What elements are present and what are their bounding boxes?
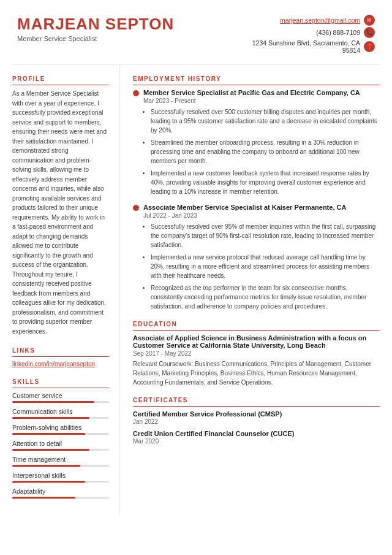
cert-title: Certified Member Service Professional (C…	[133, 410, 380, 418]
phone-row: (436) 888-7109 📞	[316, 27, 375, 38]
phone-text: (436) 888-7109	[316, 29, 360, 36]
skill-bar-fill	[12, 401, 94, 403]
cert-list: Certified Member Service Professional (C…	[133, 410, 380, 445]
skill-bar-fill	[12, 497, 75, 499]
skills-section: SKILLS Customer service Communication sk…	[12, 378, 109, 499]
bullet-item: Implemented a new customer feedback syst…	[151, 169, 380, 196]
bullet-item: Successfully resolved over 500 customer …	[151, 107, 380, 135]
skill-item: Interpersonal skills	[12, 472, 109, 483]
bullet-item: Recognized as the top performer in the t…	[151, 283, 380, 311]
bullet-item: Successfully resolved over 95% of member…	[151, 222, 380, 250]
links-heading: LINKS	[12, 347, 109, 357]
profile-section: PROFILE As a Member Service Specialist w…	[12, 75, 109, 336]
skill-bar-bg	[12, 481, 109, 483]
skill-label: Time management	[12, 456, 109, 463]
cert-title: Credit Union Certified Financial Counsel…	[133, 430, 380, 437]
cert-item: Certified Member Service Professional (C…	[133, 410, 380, 425]
job-bullets: Successfully resolved over 95% of member…	[143, 222, 380, 311]
emp-dot	[133, 90, 139, 96]
skill-bar-fill	[12, 417, 89, 419]
links-section: LINKS linkedin.com/in/marjeansepton	[12, 347, 109, 367]
edu-dates: Sep 2017 - May 2022	[133, 350, 380, 357]
header-right: marjean.septon@gmail.com ✉ (436) 888-710…	[252, 15, 375, 54]
cert-date: Mar 2020	[133, 438, 380, 445]
header-left: MARJEAN SEPTON Member Service Specialist	[17, 15, 174, 42]
right-column: EMPLOYMENT HISTORY Member Service Specia…	[119, 64, 392, 515]
skill-item: Time management	[12, 456, 109, 467]
skill-bar-fill	[12, 449, 89, 451]
linkedin-link[interactable]: linkedin.com/in/marjeansepton	[12, 361, 109, 367]
job-title: Member Service Specialist at Pacific Gas…	[133, 89, 380, 96]
job-title: Associate Member Service Specialist at K…	[133, 204, 380, 211]
skill-item: Adaptability	[12, 488, 109, 499]
skill-item: Attention to detail	[12, 440, 109, 451]
education-section: EDUCATION Associate of Applied Science i…	[133, 321, 380, 387]
certificates-heading: CERTIFICATES	[133, 397, 380, 407]
cert-item: Credit Union Certified Financial Counsel…	[133, 430, 380, 445]
job-item: Member Service Specialist at Pacific Gas…	[133, 89, 380, 196]
profile-heading: PROFILE	[12, 75, 109, 85]
job-dates: Mar 2023 - Present	[143, 98, 380, 104]
edu-list: Associate of Applied Science in Business…	[133, 334, 380, 387]
candidate-name: MARJEAN SEPTON	[17, 15, 174, 34]
email-link[interactable]: marjean.septon@gmail.com	[280, 17, 360, 24]
skill-label: Problem-solving abilities	[12, 424, 109, 431]
skill-item: Problem-solving abilities	[12, 424, 109, 435]
skill-bar-bg	[12, 465, 109, 467]
skill-bar-bg	[12, 401, 109, 403]
skill-label: Attention to detail	[12, 440, 109, 447]
edu-text: Relevant Coursework: Business Communicat…	[133, 359, 380, 387]
bullet-item: Implemented a new service protocol that …	[151, 253, 380, 280]
emp-dot	[133, 205, 139, 211]
bullet-item: Streamlined the member onboarding proces…	[151, 138, 380, 166]
address-text: 1234 Sunshine Blvd, Sacramento, CA	[252, 39, 360, 47]
zip-text: 95814	[252, 47, 360, 54]
location-icon: 📍	[364, 41, 375, 52]
skill-item: Customer service	[12, 392, 109, 403]
phone-icon: 📞	[364, 27, 375, 38]
skill-bar-fill	[12, 433, 85, 435]
skill-label: Customer service	[12, 392, 109, 399]
edu-title: Associate of Applied Science in Business…	[133, 334, 380, 349]
certificates-section: CERTIFICATES Certified Member Service Pr…	[133, 397, 380, 445]
left-column: PROFILE As a Member Service Specialist w…	[0, 64, 119, 515]
skill-label: Communication skills	[12, 408, 109, 415]
skills-list: Customer service Communication skills Pr…	[12, 392, 109, 499]
address-row: 1234 Sunshine Blvd, Sacramento, CA 95814…	[252, 39, 375, 54]
employment-heading: EMPLOYMENT HISTORY	[133, 75, 380, 85]
skill-bar-bg	[12, 497, 109, 499]
skill-bar-fill	[12, 465, 80, 467]
employment-section: EMPLOYMENT HISTORY Member Service Specia…	[133, 75, 380, 311]
skill-label: Interpersonal skills	[12, 472, 109, 479]
profile-text: As a Member Service Specialist with over…	[12, 89, 109, 336]
job-item: Associate Member Service Specialist at K…	[133, 204, 380, 311]
jobs-list: Member Service Specialist at Pacific Gas…	[133, 89, 380, 311]
job-dates: Jul 2022 - Jan 2023	[143, 212, 380, 219]
skill-bar-bg	[12, 417, 109, 419]
skill-item: Communication skills	[12, 408, 109, 419]
skill-bar-fill	[12, 481, 85, 483]
skills-heading: SKILLS	[12, 378, 109, 388]
email-icon: ✉	[364, 15, 375, 26]
email-row: marjean.septon@gmail.com ✉	[280, 15, 375, 26]
job-bullets: Successfully resolved over 500 customer …	[143, 107, 380, 196]
edu-item: Associate of Applied Science in Business…	[133, 334, 380, 387]
skill-bar-bg	[12, 449, 109, 451]
page-header: MARJEAN SEPTON Member Service Specialist…	[0, 0, 392, 64]
cert-date: Jan 2022	[133, 418, 380, 425]
education-heading: EDUCATION	[133, 321, 380, 331]
skill-bar-bg	[12, 433, 109, 435]
candidate-title: Member Service Specialist	[17, 35, 174, 42]
skill-label: Adaptability	[12, 488, 109, 495]
main-content: PROFILE As a Member Service Specialist w…	[0, 64, 392, 515]
